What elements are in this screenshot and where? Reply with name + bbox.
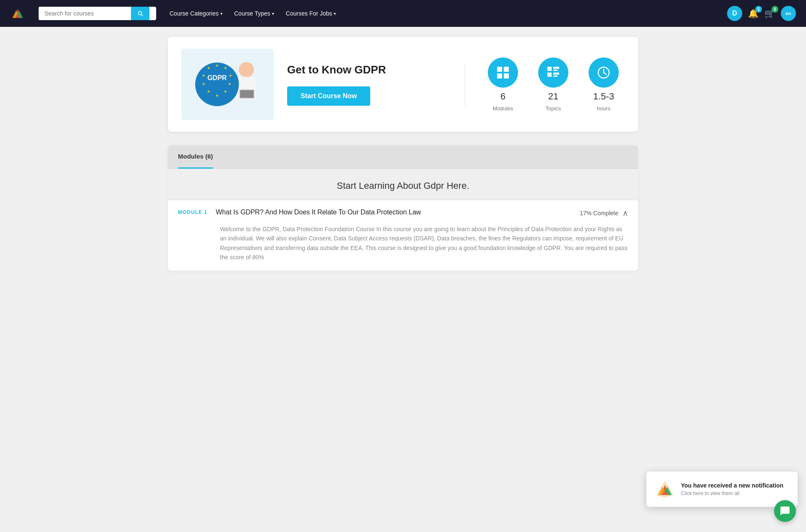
svg-rect-29 — [553, 76, 557, 77]
hours-count: 1.5-3 — [593, 91, 614, 102]
svg-rect-21 — [504, 67, 509, 72]
chevron-down-icon: ▾ — [334, 11, 336, 16]
topics-icon — [546, 65, 561, 80]
stat-topics: 21 Topics — [538, 57, 568, 112]
notification-subtitle[interactable]: Click here to view them all — [681, 490, 789, 496]
svg-text:GDPR: GDPR — [207, 74, 227, 81]
svg-rect-26 — [553, 70, 557, 71]
course-image: GDPR ★ ★ ★ ★ ★ ★ ★ ★ ★ ★ — [181, 49, 274, 120]
notification-logo — [655, 479, 675, 499]
clock-icon — [596, 65, 611, 80]
main-content: GDPR ★ ★ ★ ★ ★ ★ ★ ★ ★ ★ Get to Know GDP… — [160, 27, 646, 281]
svg-text:★: ★ — [229, 73, 232, 78]
search-button[interactable] — [131, 7, 149, 20]
chevron-down-icon: ▾ — [272, 11, 274, 16]
svg-text:★: ★ — [207, 66, 210, 70]
modules-heading: Start Learning About Gdpr Here. — [168, 169, 638, 200]
stat-hours: 1.5-3 hours — [589, 57, 619, 112]
svg-rect-20 — [497, 67, 502, 72]
svg-rect-27 — [547, 73, 552, 77]
notification-button[interactable]: 🔔 5 — [748, 8, 759, 18]
stat-modules: 6 Modules — [488, 57, 518, 112]
svg-point-4 — [239, 62, 254, 77]
notification-popup[interactable]: You have received a new notification Cli… — [646, 472, 798, 507]
language-button[interactable]: en — [781, 6, 796, 21]
svg-text:★: ★ — [224, 89, 227, 94]
svg-rect-23 — [504, 73, 509, 78]
svg-text:★: ★ — [202, 73, 205, 78]
svg-text:★: ★ — [207, 89, 210, 94]
svg-text:★: ★ — [215, 63, 219, 68]
course-info: Get to Know GDPR Start Course Now — [287, 63, 465, 106]
svg-text:★: ★ — [228, 82, 231, 86]
module-item-1: MODULE 1 What Is GDPR? And How Does It R… — [168, 200, 638, 271]
modules-section: Modules (6) Start Learning About Gdpr He… — [168, 145, 638, 271]
user-avatar[interactable]: D — [727, 6, 742, 21]
chevron-down-icon: ▾ — [220, 11, 222, 16]
svg-text:★: ★ — [224, 66, 227, 70]
hours-icon-circle — [589, 57, 619, 88]
nav-course-categories[interactable]: Course Categories ▾ — [165, 7, 228, 20]
topics-icon-circle — [538, 57, 568, 88]
modules-tab-bar: Modules (6) — [168, 145, 638, 169]
modules-icon — [495, 65, 510, 80]
nav-courses-for-jobs[interactable]: Courses For Jobs ▾ — [281, 7, 341, 20]
module-header-1: MODULE 1 What Is GDPR? And How Does It R… — [168, 200, 638, 224]
nav-course-types[interactable]: Course Types ▾ — [229, 7, 279, 20]
module-title-1: What Is GDPR? And How Does It Relate To … — [216, 209, 571, 216]
course-card: GDPR ★ ★ ★ ★ ★ ★ ★ ★ ★ ★ Get to Know GDP… — [168, 37, 638, 132]
nav-links: Course Categories ▾ Course Types ▾ Cours… — [165, 7, 719, 20]
module-collapse-button-1[interactable]: ∧ — [623, 209, 628, 218]
svg-rect-19 — [240, 90, 254, 98]
module-description-1: Welcome to the GDPR, Data Protection Fou… — [210, 224, 638, 271]
course-stats: 6 Modules 21 Topics — [465, 57, 625, 112]
topics-count: 21 — [548, 91, 558, 102]
alison-logo-icon — [10, 6, 25, 21]
logo-link[interactable] — [10, 6, 25, 21]
cart-badge: 0 — [772, 6, 778, 13]
svg-line-32 — [604, 73, 606, 74]
chat-icon — [780, 506, 790, 516]
modules-icon-circle — [488, 57, 518, 88]
navbar: Course Categories ▾ Course Types ▾ Cours… — [0, 0, 806, 27]
course-title: Get to Know GDPR — [287, 63, 451, 76]
modules-tab[interactable]: Modules (6) — [178, 145, 213, 169]
chat-button[interactable] — [774, 500, 796, 522]
svg-rect-25 — [553, 67, 559, 69]
nav-right-area: D 🔔 5 🛒 0 en — [727, 6, 796, 21]
svg-text:★: ★ — [202, 82, 205, 86]
module-progress-1: 17% Complete ∧ — [580, 209, 628, 218]
modules-count: 6 — [500, 91, 505, 102]
modules-label: Modules — [492, 105, 513, 112]
svg-rect-24 — [547, 67, 552, 71]
svg-rect-22 — [497, 73, 502, 78]
search-input[interactable] — [39, 7, 131, 20]
course-thumbnail: GDPR ★ ★ ★ ★ ★ ★ ★ ★ ★ ★ — [186, 51, 270, 118]
module-label-1: MODULE 1 — [178, 209, 207, 215]
topics-label: Topics — [546, 105, 561, 112]
notification-title: You have received a new notification — [681, 482, 789, 489]
svg-text:★: ★ — [215, 94, 219, 98]
cart-button[interactable]: 🛒 0 — [764, 8, 775, 18]
search-bar — [39, 7, 156, 20]
notification-badge: 5 — [755, 6, 762, 13]
notification-text: You have received a new notification Cli… — [681, 482, 789, 496]
hours-label: hours — [597, 105, 611, 112]
svg-rect-28 — [553, 73, 559, 75]
start-course-button[interactable]: Start Course Now — [287, 86, 370, 106]
